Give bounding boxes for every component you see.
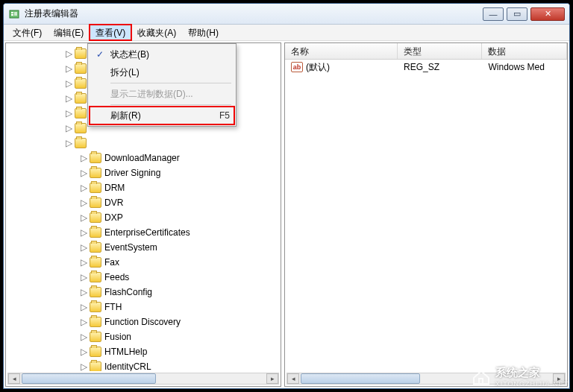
string-value-icon: ab bbox=[291, 62, 303, 72]
tree-row[interactable]: ▷Driver Signing bbox=[10, 165, 281, 180]
scroll-left-arrow-icon[interactable]: ◂ bbox=[287, 373, 299, 384]
folder-icon bbox=[90, 317, 101, 327]
tree-row[interactable]: ▷EventSystem bbox=[10, 240, 281, 255]
menu-separator bbox=[110, 83, 231, 83]
expander-icon[interactable]: ▷ bbox=[64, 108, 73, 118]
scroll-thumb[interactable] bbox=[301, 373, 420, 384]
value-name: (默认) bbox=[306, 61, 330, 74]
watermark: 系统之家 XITONGZHIJIA.NET bbox=[472, 366, 569, 388]
watermark-sub: XITONGZHIJIA.NET bbox=[495, 380, 569, 388]
folder-icon bbox=[90, 212, 101, 223]
expander-icon[interactable]: ▷ bbox=[79, 317, 88, 327]
tree-label: DownloadManager bbox=[104, 153, 180, 163]
folder-icon bbox=[90, 361, 101, 371]
menu-item-status-bar[interactable]: ✓ 状态栏(B) bbox=[90, 45, 234, 63]
tree-row[interactable]: ▷EnterpriseCertificates bbox=[10, 225, 281, 240]
list-row[interactable]: ab(默认)REG_SZWindows Med bbox=[285, 60, 567, 75]
tree-row[interactable]: ▷DXP bbox=[10, 210, 281, 225]
menu-item-refresh[interactable]: 刷新(R) F5 bbox=[90, 107, 234, 124]
expander-icon[interactable]: ▷ bbox=[64, 78, 73, 89]
values-list[interactable]: ab(默认)REG_SZWindows Med bbox=[285, 60, 567, 75]
scroll-track[interactable] bbox=[20, 373, 266, 384]
tree-row[interactable]: ▷IdentityCRL bbox=[10, 359, 281, 371]
tree-row[interactable]: ▷Function Discovery bbox=[10, 314, 281, 329]
registry-editor-window: 注册表编辑器 — ▭ ✕ 文件(F) 编辑(E) 查看(V) 收藏夹(A) 帮助… bbox=[3, 3, 570, 389]
tree-label: Fusion bbox=[104, 332, 131, 342]
expander-icon[interactable]: ▷ bbox=[79, 361, 88, 371]
tree-label: DXP bbox=[104, 212, 123, 223]
expander-icon[interactable]: ▷ bbox=[79, 302, 88, 312]
folder-icon bbox=[90, 287, 101, 297]
tree-row[interactable]: ▷ bbox=[10, 136, 281, 151]
menu-file[interactable]: 文件(F) bbox=[7, 25, 48, 40]
tree-label: HTMLHelp bbox=[104, 347, 147, 357]
menu-favorites[interactable]: 收藏夹(A) bbox=[131, 25, 182, 40]
menu-view[interactable]: 查看(V) bbox=[90, 25, 131, 40]
folder-icon bbox=[75, 93, 87, 104]
expander-icon[interactable]: ▷ bbox=[79, 197, 88, 208]
close-button[interactable]: ✕ bbox=[530, 7, 565, 21]
expander-icon[interactable]: ▷ bbox=[79, 153, 88, 163]
expander-icon[interactable]: ▷ bbox=[79, 257, 88, 268]
menu-item-split[interactable]: 拆分(L) bbox=[90, 63, 234, 81]
expander-icon[interactable]: ▷ bbox=[79, 242, 88, 253]
menu-item-label: 状态栏(B) bbox=[110, 48, 149, 61]
tree-label: FlashConfig bbox=[104, 287, 152, 297]
title-bar[interactable]: 注册表编辑器 — ▭ ✕ bbox=[4, 4, 569, 25]
tree-label: FTH bbox=[104, 302, 122, 312]
expander-icon[interactable]: ▷ bbox=[79, 347, 88, 357]
view-menu-dropdown: ✓ 状态栏(B) 拆分(L) 显示二进制数据(D)... 刷新(R) F5 bbox=[87, 43, 237, 127]
tree-horizontal-scrollbar[interactable]: ◂ ▸ bbox=[7, 373, 279, 385]
window-title: 注册表编辑器 bbox=[25, 7, 480, 20]
tree-row[interactable]: ▷Fusion bbox=[10, 329, 281, 344]
folder-icon bbox=[75, 123, 87, 133]
expander-icon[interactable]: ▷ bbox=[64, 63, 73, 74]
folder-icon bbox=[75, 63, 87, 74]
expander-icon[interactable]: ▷ bbox=[79, 227, 88, 238]
check-icon: ✓ bbox=[94, 49, 106, 60]
expander-icon[interactable]: ▷ bbox=[79, 183, 88, 193]
expander-icon[interactable]: ▷ bbox=[79, 212, 88, 223]
tree-row[interactable]: ▷HTMLHelp bbox=[10, 344, 281, 359]
content-area: ▷▷▷▷▷▷▷▷DownloadManager▷Driver Signing▷D… bbox=[4, 41, 569, 388]
tree-label: DRM bbox=[104, 183, 125, 193]
tree-label: EnterpriseCertificates bbox=[104, 227, 190, 238]
folder-icon bbox=[75, 78, 87, 89]
tree-row[interactable]: ▷Fax bbox=[10, 255, 281, 270]
scroll-right-arrow-icon[interactable]: ▸ bbox=[266, 373, 278, 384]
tree-label: Driver Signing bbox=[104, 168, 160, 178]
expander-icon[interactable]: ▷ bbox=[79, 168, 88, 178]
minimize-button[interactable]: — bbox=[483, 7, 504, 21]
folder-icon bbox=[90, 183, 101, 193]
scroll-thumb[interactable] bbox=[22, 373, 156, 384]
folder-icon bbox=[90, 332, 101, 342]
menu-item-shortcut: F5 bbox=[219, 110, 230, 121]
tree-row[interactable]: ▷FlashConfig bbox=[10, 285, 281, 300]
tree-label: EventSystem bbox=[104, 242, 157, 253]
tree-label: Fax bbox=[104, 257, 119, 268]
expander-icon[interactable]: ▷ bbox=[79, 332, 88, 342]
folder-icon bbox=[90, 168, 101, 178]
menu-item-label: 显示二进制数据(D)... bbox=[110, 88, 193, 101]
maximize-button[interactable]: ▭ bbox=[507, 7, 527, 21]
expander-icon[interactable]: ▷ bbox=[64, 93, 73, 104]
tree-row[interactable]: ▷DRM bbox=[10, 180, 281, 195]
expander-icon[interactable]: ▷ bbox=[79, 272, 88, 282]
expander-icon[interactable]: ▷ bbox=[64, 138, 73, 148]
scroll-left-arrow-icon[interactable]: ◂ bbox=[8, 373, 20, 384]
menu-edit[interactable]: 编辑(E) bbox=[48, 25, 90, 40]
tree-label: IdentityCRL bbox=[104, 361, 151, 371]
tree-row[interactable]: ▷Feeds bbox=[10, 270, 281, 285]
tree-label: DVR bbox=[104, 197, 123, 208]
expander-icon[interactable]: ▷ bbox=[79, 287, 88, 297]
menu-help[interactable]: 帮助(H) bbox=[182, 25, 225, 40]
column-data[interactable]: 数据 bbox=[482, 43, 567, 59]
expander-icon[interactable]: ▷ bbox=[64, 123, 73, 133]
tree-row[interactable]: ▷FTH bbox=[10, 300, 281, 314]
tree-row[interactable]: ▷DownloadManager bbox=[10, 151, 281, 165]
tree-row[interactable]: ▷DVR bbox=[10, 195, 281, 210]
column-type[interactable]: 类型 bbox=[398, 43, 483, 59]
expander-icon[interactable]: ▷ bbox=[64, 48, 73, 59]
column-name[interactable]: 名称 bbox=[285, 43, 398, 59]
window-buttons: — ▭ ✕ bbox=[480, 7, 565, 21]
